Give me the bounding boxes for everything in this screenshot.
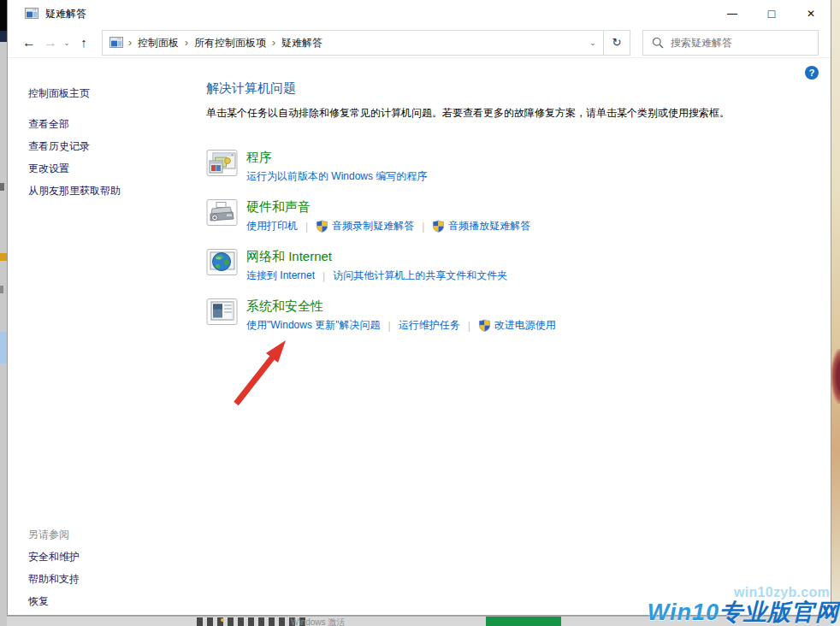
background-window-fragment: [0, 183, 4, 191]
link-separator: |: [460, 320, 478, 332]
task-link-maintenance-tasks[interactable]: 运行维护任务: [399, 318, 460, 333]
maximize-button[interactable]: □: [752, 0, 791, 27]
see-also-section: 另请参阅 安全和维护 帮助和支持 恢复: [28, 523, 80, 612]
category-system-security: 系统和安全性 使用"Windows 更新"解决问题 | 运行维护任务 | 改进电…: [206, 298, 817, 333]
sidebar-item-view-all[interactable]: 查看全部: [28, 113, 201, 135]
category-network-internet: 网络和 Internet 连接到 Internet | 访问其他计算机上的共享文…: [206, 248, 817, 283]
window-controls: — □ ✕: [713, 0, 831, 27]
category-title-programs[interactable]: 程序: [246, 149, 272, 166]
desktop-sliver-left: [0, 0, 7, 626]
search-box[interactable]: [642, 30, 819, 56]
breadcrumb-troubleshooting[interactable]: 疑难解答: [275, 31, 328, 55]
category-list: 程序 运行为以前版本的 Windows 编写的程序: [206, 149, 817, 333]
task-link-improve-power-usage[interactable]: 改进电源使用: [478, 318, 556, 333]
background-green-button-fragment: [486, 617, 561, 626]
sidebar-item-security-maintenance[interactable]: 安全和维护: [28, 546, 80, 568]
task-link-audio-recording[interactable]: 音频录制疑难解答: [316, 219, 414, 233]
sidebar-item-help-support[interactable]: 帮助和支持: [28, 568, 80, 590]
sidebar-item-recovery[interactable]: 恢复: [28, 590, 80, 612]
address-bar[interactable]: › 控制面板 › 所有控制面板项 › 疑难解答 ⌄ ↻: [102, 30, 630, 56]
background-logo-dot: [221, 618, 224, 622]
category-title-system-security[interactable]: 系统和安全性: [246, 298, 323, 315]
troubleshooting-window: 疑难解答 — □ ✕ ← → ⌄ ↑ › 控制面板 › 所有控制面板项 ›: [7, 0, 831, 616]
main-pane: 解决计算机问题 单击某个任务以自动排除和修复常见的计算机问题。若要查看更多的故障…: [206, 58, 817, 347]
breadcrumb-app-icon: [109, 36, 123, 50]
window-title: 疑难解答: [45, 7, 86, 21]
network-internet-icon: [206, 248, 239, 277]
sidebar-item-view-history[interactable]: 查看历史记录: [28, 135, 201, 157]
navigation-bar: ← → ⌄ ↑ › 控制面板 › 所有控制面板项 › 疑难解答 ⌄ ↻: [8, 27, 831, 58]
link-separator: |: [381, 320, 399, 332]
background-window-fragment: [0, 31, 7, 42]
sidebar-item-get-help-from-friend[interactable]: 从朋友那里获取帮助: [28, 180, 201, 202]
task-link-audio-playback[interactable]: 音频播放疑难解答: [432, 219, 530, 233]
link-separator: |: [315, 270, 333, 282]
uac-shield-icon: [478, 319, 491, 332]
sidebar-item-change-settings[interactable]: 更改设置: [28, 157, 201, 180]
page-description: 单击某个任务以自动排除和修复常见的计算机问题。若要查看更多的故障修复方案，请单击…: [206, 106, 817, 121]
background-window-fragment: [0, 0, 7, 31]
up-button[interactable]: ↑: [73, 30, 95, 56]
task-link-windows-update-fix[interactable]: 使用"Windows 更新"解决问题: [246, 318, 381, 333]
task-link-connect-internet[interactable]: 连接到 Internet: [246, 269, 315, 283]
task-link-use-printer[interactable]: 使用打印机: [246, 219, 298, 233]
category-hardware-sound: 硬件和声音 使用打印机 | 音频录制疑难解答 |: [206, 198, 817, 233]
hardware-sound-icon: [206, 198, 239, 227]
desktop-sliver-right: [831, 0, 840, 626]
minimize-button[interactable]: —: [713, 0, 752, 27]
refresh-icon[interactable]: ↻: [604, 36, 630, 49]
background-window-fragment: [0, 286, 3, 293]
back-button[interactable]: ←: [18, 30, 40, 56]
programs-icon: [206, 149, 239, 178]
background-window-fragment: [0, 332, 7, 363]
uac-shield-icon: [432, 220, 445, 233]
address-dropdown-chevron-icon[interactable]: ⌄: [583, 38, 603, 47]
desktop: Windows 激活 疑难解答 — □ ✕ ← → ⌄ ↑: [0, 0, 840, 626]
background-window-fragment: [0, 253, 7, 261]
category-programs: 程序 运行为以前版本的 Windows 编写的程序: [206, 149, 817, 184]
page-title: 解决计算机问题: [206, 80, 817, 97]
category-title-hardware-sound[interactable]: 硬件和声音: [246, 198, 311, 216]
breadcrumb-control-panel[interactable]: 控制面板: [132, 31, 185, 55]
forward-button[interactable]: →: [40, 30, 61, 56]
see-also-header: 另请参阅: [28, 523, 80, 546]
recent-locations-chevron-icon[interactable]: ⌄: [61, 30, 73, 56]
app-window-icon: [25, 7, 38, 21]
sidebar-item-control-panel-home[interactable]: 控制面板主页: [28, 82, 201, 104]
content-area: ? 控制面板主页 查看全部 查看历史记录 更改设置 从朋友那里获取帮助 另请参阅…: [8, 58, 831, 615]
link-separator: |: [298, 221, 316, 233]
wallpaper-fragment: [831, 349, 840, 404]
title-bar: 疑难解答 — □ ✕: [8, 0, 831, 27]
search-icon: [652, 37, 664, 49]
task-link-shared-files-folders[interactable]: 访问其他计算机上的共享文件和文件夹: [333, 269, 507, 283]
breadcrumb-all-items[interactable]: 所有控制面板项: [188, 31, 272, 55]
system-security-icon: [206, 298, 239, 327]
uac-shield-icon: [316, 220, 328, 233]
close-button[interactable]: ✕: [791, 0, 831, 27]
task-link-run-older-programs[interactable]: 运行为以前版本的 Windows 编写的程序: [246, 169, 427, 184]
background-window-strip: Windows 激活: [7, 616, 831, 626]
search-input[interactable]: [671, 37, 799, 49]
link-separator: |: [414, 221, 432, 233]
background-activation-text: Windows 激活: [291, 617, 345, 626]
category-title-network-internet[interactable]: 网络和 Internet: [246, 248, 332, 265]
